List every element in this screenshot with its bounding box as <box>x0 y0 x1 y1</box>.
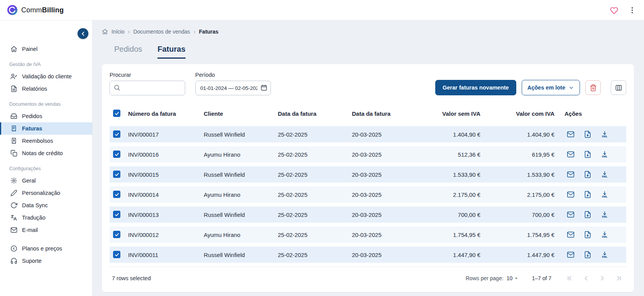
client-name: Russell Winfield <box>204 131 278 138</box>
gross-amount: 2.175,00 € <box>490 191 565 198</box>
row-checkbox[interactable] <box>113 171 120 178</box>
table-row[interactable]: INV/000011Russell Winfield25-02-202520-0… <box>110 247 626 263</box>
sidebar-item-relatorios[interactable]: Relatórios <box>0 83 92 95</box>
tab-faturas[interactable]: Faturas <box>157 45 185 59</box>
tab-pedidos[interactable]: Pedidos <box>114 45 142 59</box>
rows-per-page-select[interactable]: 10 <box>507 275 520 281</box>
column-header-invoice-date[interactable]: Data da fatura <box>278 110 352 117</box>
sidebar-item-faturas[interactable]: Faturas <box>0 122 92 135</box>
sidebar-item-label: Faturas <box>22 125 42 132</box>
invoice-number: INV/000015 <box>128 171 204 178</box>
download-xml-icon[interactable]: XML <box>601 231 609 238</box>
sidebar-item-pedidos[interactable]: Pedidos <box>0 110 92 122</box>
more-options-kebab-icon[interactable] <box>627 5 637 15</box>
sidebar-item-personalizacao[interactable]: Personalização <box>0 187 92 199</box>
calendar-icon[interactable] <box>260 84 267 91</box>
column-header-invoice-date-2[interactable]: Data da fatura <box>352 110 417 117</box>
previous-page-icon[interactable] <box>581 273 592 284</box>
table-row[interactable]: INV/000012Ayumu Hirano25-02-202520-03-20… <box>110 227 626 243</box>
last-page-icon[interactable] <box>613 273 624 284</box>
first-page-icon[interactable] <box>565 273 575 284</box>
column-header-net-amount[interactable]: Valor sem IVA <box>417 110 490 117</box>
trash-icon <box>590 84 597 91</box>
breadcrumb-separator <box>194 28 196 35</box>
sidebar-item-data-sync[interactable]: Data Sync <box>0 199 92 211</box>
search-input[interactable] <box>110 81 185 95</box>
home-icon[interactable] <box>102 29 108 35</box>
send-email-icon[interactable] <box>567 191 575 198</box>
sidebar-collapse-button[interactable] <box>78 28 88 39</box>
batch-actions-button[interactable]: Ações em lote <box>522 80 580 95</box>
next-page-icon[interactable] <box>597 273 608 284</box>
row-checkbox[interactable] <box>113 191 120 198</box>
row-checkbox[interactable] <box>113 231 120 238</box>
sidebar-item-validacao-do-cliente[interactable]: Validação do cliente <box>0 70 92 83</box>
download-pdf-icon[interactable] <box>584 130 592 138</box>
table-row[interactable]: INV/000013Russell Winfield25-02-202520-0… <box>110 206 626 223</box>
send-email-icon[interactable] <box>567 251 575 259</box>
sidebar-item-planos-e-precos[interactable]: €Planos e preços <box>0 242 92 255</box>
invoice-number: INV/000017 <box>128 131 204 138</box>
send-email-icon[interactable] <box>567 211 575 218</box>
client-check-icon <box>10 73 17 80</box>
download-xml-icon[interactable]: XML <box>601 251 609 259</box>
row-checkbox[interactable] <box>113 130 120 138</box>
svg-text:XML: XML <box>602 135 608 138</box>
breadcrumb-item-documentos-de-vendas[interactable]: Documentos de vendas <box>133 29 190 35</box>
commbilling-logo <box>7 5 18 15</box>
sidebar-item-label: Tradução <box>22 215 46 221</box>
rows-per-page-value: 10 <box>507 275 513 281</box>
download-xml-icon[interactable]: XML <box>601 171 609 178</box>
delete-selected-button[interactable] <box>585 80 601 95</box>
download-pdf-icon[interactable] <box>584 151 592 158</box>
sidebar-item-painel[interactable]: Painel <box>0 43 92 55</box>
download-xml-icon[interactable]: XML <box>601 211 609 218</box>
pricing-icon: € <box>10 245 17 252</box>
sidebar-item-suporte[interactable]: Suporte <box>0 255 92 267</box>
download-pdf-icon[interactable] <box>584 231 592 238</box>
favorites-heart-icon[interactable] <box>609 5 619 15</box>
table-row[interactable]: INV/000017Russell Winfield25-02-202520-0… <box>110 126 626 142</box>
invoice-date-2: 20-03-2025 <box>352 131 417 138</box>
send-email-icon[interactable] <box>567 171 575 178</box>
download-xml-icon[interactable]: XML <box>601 130 609 138</box>
table-row[interactable]: INV/000015Russell Winfield25-02-202520-0… <box>110 166 626 183</box>
table-row[interactable]: INV/000016Ayumu Hirano25-02-202520-03-20… <box>110 146 626 162</box>
download-xml-icon[interactable]: XML <box>601 191 609 198</box>
download-pdf-icon[interactable] <box>584 191 592 198</box>
send-email-icon[interactable] <box>567 231 575 238</box>
svg-text:XML: XML <box>602 215 608 218</box>
invoice-number: INV/000013 <box>128 211 204 218</box>
invoice-date-2: 20-03-2025 <box>352 211 417 218</box>
client-name: Ayumu Hirano <box>204 232 278 238</box>
column-header-invoice-number[interactable]: Número da fatura <box>128 110 204 117</box>
invoice-date: 25-02-2025 <box>278 131 352 138</box>
send-email-icon[interactable] <box>567 151 575 158</box>
column-header-client[interactable]: Cliente <box>204 110 278 117</box>
column-settings-button[interactable] <box>611 80 626 95</box>
period-input[interactable] <box>195 81 271 95</box>
sidebar-item-traducao[interactable]: Tradução <box>0 211 92 224</box>
table-row[interactable]: INV/000014Ayumu Hirano25-02-202520-03-20… <box>110 186 626 203</box>
svg-text:XML: XML <box>602 235 608 238</box>
row-checkbox[interactable] <box>113 211 120 218</box>
column-header-actions: Ações <box>565 110 626 117</box>
breadcrumb: Início Documentos de vendas Faturas <box>102 28 634 35</box>
invoice-date: 25-02-2025 <box>278 211 352 218</box>
sidebar-item-geral[interactable]: Geral <box>0 174 92 187</box>
download-pdf-icon[interactable] <box>584 171 592 178</box>
row-checkbox[interactable] <box>113 251 120 258</box>
breadcrumb-item-inicio[interactable]: Início <box>112 29 124 35</box>
sidebar-item-label: Planos e preços <box>22 245 62 252</box>
sidebar-item-e-mail[interactable]: E-mail <box>0 224 92 236</box>
regenerate-invoices-button[interactable]: Gerar faturas novamente <box>435 80 516 95</box>
sidebar-item-notas-de-credito[interactable]: Notas de crédito <box>0 147 92 159</box>
download-pdf-icon[interactable] <box>584 251 592 259</box>
send-email-icon[interactable] <box>567 130 575 138</box>
sidebar-item-reembolsos[interactable]: Reembolsos <box>0 135 92 147</box>
download-xml-icon[interactable]: XML <box>601 151 609 158</box>
row-checkbox[interactable] <box>113 151 120 158</box>
download-pdf-icon[interactable] <box>584 211 592 218</box>
column-header-gross-amount[interactable]: Valor com IVA <box>490 110 565 117</box>
select-all-checkbox[interactable] <box>113 110 120 117</box>
